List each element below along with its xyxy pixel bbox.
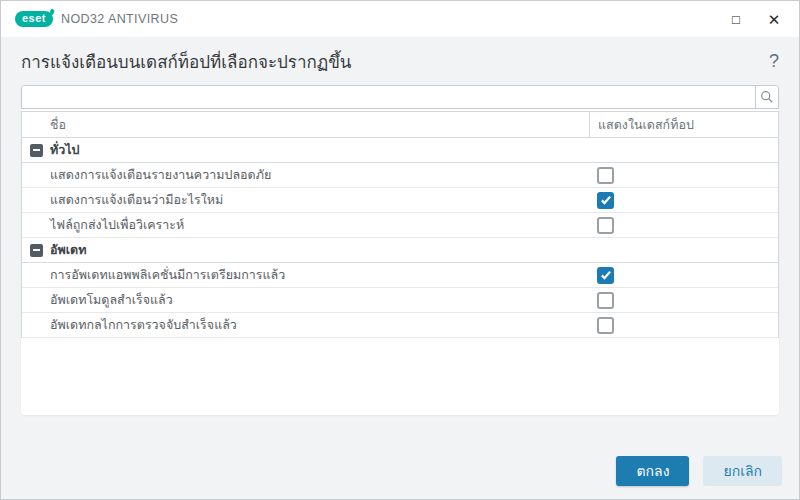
page-title: การแจ้งเตือนบนเดสก์ท็อปที่เลือกจะปรากฏขึ… <box>21 48 351 75</box>
collapse-minus-icon[interactable] <box>30 144 43 157</box>
brand: eset NOD32 ANTIVIRUS <box>15 11 178 27</box>
notification-row[interactable]: อัพเดทกลไกการตรวจจับสำเร็จแล้ว <box>22 313 778 338</box>
search-input[interactable] <box>22 86 755 108</box>
row-label: แสดงการแจ้งเตือนรายงานความปลอดภัย <box>50 165 271 185</box>
show-on-desktop-checkbox[interactable] <box>597 267 614 284</box>
show-on-desktop-checkbox[interactable] <box>597 192 614 209</box>
column-header-name[interactable]: ชื่อ <box>22 112 589 137</box>
help-icon[interactable]: ? <box>769 51 779 72</box>
notification-row[interactable]: แสดงการแจ้งเตือนว่ามีอะไรใหม่ <box>22 188 778 213</box>
cancel-button[interactable]: ยกเลิก <box>703 456 782 486</box>
product-name: NOD32 ANTIVIRUS <box>61 12 178 26</box>
search-icon[interactable] <box>755 86 778 108</box>
eset-window: eset NOD32 ANTIVIRUS □ ✕ การแจ้งเตือนบนเ… <box>0 0 800 500</box>
column-header-show-on-desktop[interactable]: แสดงในเดสก์ท็อป <box>589 112 778 137</box>
table-body: ทั่วไปแสดงการแจ้งเตือนรายงานความปลอดภัยแ… <box>22 138 778 338</box>
settings-card: ชื่อ แสดงในเดสก์ท็อป ทั่วไปแสดงการแจ้งเต… <box>21 85 779 415</box>
group-header-row[interactable]: ทั่วไป <box>22 138 778 163</box>
group-header-row[interactable]: อัพเดท <box>22 238 778 263</box>
group-label: อัพเดท <box>50 240 86 260</box>
row-label: แสดงการแจ้งเตือนว่ามีอะไรใหม่ <box>50 190 223 210</box>
notification-row[interactable]: ไฟล์ถูกส่งไปเพื่อวิเคราะห์ <box>22 213 778 238</box>
show-on-desktop-checkbox[interactable] <box>597 217 614 234</box>
eset-logo-icon: eset <box>15 11 53 27</box>
notifications-table: ชื่อ แสดงในเดสก์ท็อป ทั่วไปแสดงการแจ้งเต… <box>21 111 779 338</box>
ok-button[interactable]: ตกลง <box>616 456 689 486</box>
show-on-desktop-checkbox[interactable] <box>597 317 614 334</box>
notification-row[interactable]: อัพเดทโมดูลสำเร็จแล้ว <box>22 288 778 313</box>
table-header: ชื่อ แสดงในเดสก์ท็อป <box>22 112 778 138</box>
notification-row[interactable]: การอัพเดทแอพพลิเคชั่นมีการเตรียมการแล้ว <box>22 263 778 288</box>
group-label: ทั่วไป <box>50 140 79 160</box>
row-label: อัพเดทโมดูลสำเร็จแล้ว <box>50 290 173 310</box>
show-on-desktop-checkbox[interactable] <box>597 167 614 184</box>
row-label: การอัพเดทแอพพลิเคชั่นมีการเตรียมการแล้ว <box>50 265 285 285</box>
notification-row[interactable]: แสดงการแจ้งเตือนรายงานความปลอดภัย <box>22 163 778 188</box>
collapse-minus-icon[interactable] <box>30 244 43 257</box>
show-on-desktop-checkbox[interactable] <box>597 292 614 309</box>
close-icon[interactable]: ✕ <box>763 8 785 30</box>
page-header: การแจ้งเตือนบนเดสก์ท็อปที่เลือกจะปรากฏขึ… <box>1 37 799 85</box>
window-controls: □ ✕ <box>725 8 785 30</box>
search-bar <box>21 85 779 109</box>
maximize-icon[interactable]: □ <box>725 8 747 30</box>
footer-buttons: ตกลง ยกเลิก <box>616 456 782 486</box>
row-label: ไฟล์ถูกส่งไปเพื่อวิเคราะห์ <box>50 215 184 235</box>
titlebar: eset NOD32 ANTIVIRUS □ ✕ <box>1 1 799 37</box>
row-label: อัพเดทกลไกการตรวจจับสำเร็จแล้ว <box>50 315 237 335</box>
